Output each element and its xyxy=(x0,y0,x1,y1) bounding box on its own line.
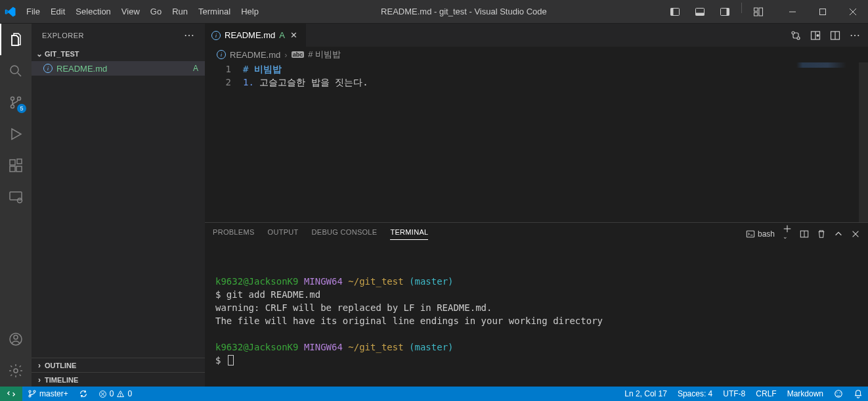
language-mode[interactable]: Markdown xyxy=(782,387,829,401)
run-debug-activity-icon[interactable] xyxy=(0,118,32,150)
toggle-primary-sidebar-icon[interactable] xyxy=(664,3,686,21)
chevron-right-icon: › xyxy=(284,50,287,60)
sync-status[interactable] xyxy=(74,387,93,401)
split-editor-icon[interactable] xyxy=(830,30,840,41)
panel-tab-terminal[interactable]: TERMINAL xyxy=(390,228,428,240)
window-title: README.md - git_test - Visual Studio Cod… xyxy=(264,7,664,16)
svg-rect-10 xyxy=(820,9,826,14)
tab-close-icon[interactable]: ✕ xyxy=(289,30,299,40)
svg-line-14 xyxy=(18,73,21,76)
open-preview-icon[interactable] xyxy=(810,30,821,41)
panel-tab-debug-console[interactable]: DEBUG CONSOLE xyxy=(312,228,378,240)
info-file-icon: i xyxy=(43,64,53,73)
customize-layout-icon[interactable] xyxy=(747,3,770,21)
search-activity-icon[interactable] xyxy=(0,55,32,87)
svg-rect-19 xyxy=(10,166,15,172)
sidebar-title: EXPLORER xyxy=(42,32,84,39)
extensions-activity-icon[interactable] xyxy=(0,150,32,181)
sidebar-more-icon[interactable]: ⋯ xyxy=(184,29,195,41)
menu-view[interactable]: View xyxy=(116,0,145,24)
svg-point-31 xyxy=(817,34,819,37)
close-button[interactable] xyxy=(838,0,868,24)
new-terminal-icon[interactable]: ⌄ xyxy=(783,224,792,243)
breadcrumb-symbol[interactable]: # 비빔밥 xyxy=(308,49,341,60)
scm-badge: 5 xyxy=(17,104,26,113)
encoding-status[interactable]: UTF-8 xyxy=(718,387,750,401)
symbol-kind-icon: abc xyxy=(292,51,305,58)
svg-point-26 xyxy=(14,369,18,373)
titlebar: FileEditSelectionViewGoRunTerminalHelp R… xyxy=(0,0,868,24)
outline-section[interactable]: › OUTLINE xyxy=(32,358,205,372)
compare-changes-icon[interactable] xyxy=(791,30,801,41)
breadcrumb[interactable]: i README.md › abc # 비빔밥 xyxy=(205,47,868,62)
vertical-scrollbar[interactable] xyxy=(859,62,868,222)
line-number: 2 xyxy=(205,76,231,89)
menubar: FileEditSelectionViewGoRunTerminalHelp xyxy=(21,0,264,24)
toggle-panel-icon[interactable] xyxy=(689,3,711,21)
indentation-status[interactable]: Spaces: 4 xyxy=(672,387,718,401)
breadcrumb-file[interactable]: README.md xyxy=(230,50,280,60)
minimap[interactable] xyxy=(796,62,859,222)
svg-point-13 xyxy=(11,66,18,74)
code-content[interactable]: # 비빔밥 1. 고슬고슬한 밥을 짓는다. xyxy=(243,62,868,222)
file-item-readme[interactable]: i README.md A xyxy=(32,61,205,76)
svg-point-43 xyxy=(33,390,35,392)
branch-name: master+ xyxy=(39,389,68,398)
cursor-position[interactable]: Ln 2, Col 17 xyxy=(619,387,672,401)
menu-selection[interactable]: Selection xyxy=(70,0,116,24)
settings-activity-icon[interactable] xyxy=(0,355,32,387)
svg-rect-20 xyxy=(16,166,22,172)
tab-readme[interactable]: i README.md A ✕ xyxy=(205,24,307,47)
menu-run[interactable]: Run xyxy=(167,0,193,24)
terminal-output[interactable]: k9632@JacksonK9 MINGW64 ~/git_test (mast… xyxy=(205,245,868,387)
feedback-icon[interactable] xyxy=(829,387,848,401)
problems-status[interactable]: 0 0 xyxy=(93,387,137,401)
explorer-activity-icon[interactable] xyxy=(0,24,32,55)
svg-point-27 xyxy=(792,32,794,34)
folder-header[interactable]: ⌄ GIT_TEST xyxy=(32,47,205,61)
chevron-right-icon: › xyxy=(34,375,45,385)
menu-edit[interactable]: Edit xyxy=(45,0,70,24)
sidebar-header: EXPLORER ⋯ xyxy=(32,24,205,47)
line-gutter: 1 2 xyxy=(205,62,243,222)
chevron-down-icon: ⌄ xyxy=(34,49,45,59)
editor-more-icon[interactable]: ⋯ xyxy=(850,29,860,41)
close-panel-icon[interactable] xyxy=(851,229,860,239)
branch-status[interactable]: master+ xyxy=(22,387,74,401)
line-number: 1 xyxy=(205,62,231,76)
source-control-activity-icon[interactable]: 5 xyxy=(0,87,32,118)
kill-terminal-icon[interactable] xyxy=(817,229,826,239)
eol-status[interactable]: CRLF xyxy=(750,387,781,401)
vscode-logo-icon xyxy=(0,6,21,18)
panel-tab-problems[interactable]: PROBLEMS xyxy=(213,228,255,240)
folder-name: GIT_TEST xyxy=(45,50,79,58)
menu-file[interactable]: File xyxy=(21,0,45,24)
timeline-label: TIMELINE xyxy=(45,376,78,384)
svg-rect-5 xyxy=(727,8,729,15)
menu-terminal[interactable]: Terminal xyxy=(193,0,236,24)
terminal-shell-selector[interactable]: bash xyxy=(746,229,775,239)
svg-point-16 xyxy=(11,97,14,101)
toggle-secondary-sidebar-icon[interactable] xyxy=(714,3,736,21)
remote-explorer-activity-icon[interactable] xyxy=(0,181,32,213)
menu-go[interactable]: Go xyxy=(145,0,167,24)
svg-point-28 xyxy=(797,37,800,39)
maximize-button[interactable] xyxy=(808,0,838,24)
split-terminal-icon[interactable] xyxy=(800,229,809,239)
tab-status: A xyxy=(279,30,285,40)
warning-count: 0 xyxy=(127,389,132,398)
menu-help[interactable]: Help xyxy=(236,0,264,24)
file-name: README.md xyxy=(56,64,107,74)
accounts-activity-icon[interactable] xyxy=(0,323,32,355)
file-status-badge: A xyxy=(193,64,198,73)
minimize-button[interactable] xyxy=(777,0,808,24)
error-count: 0 xyxy=(110,389,114,398)
panel-tab-output[interactable]: OUTPUT xyxy=(268,228,299,240)
panel-tab-list: PROBLEMSOUTPUTDEBUG CONSOLETERMINAL xyxy=(213,228,428,240)
maximize-panel-icon[interactable] xyxy=(834,229,843,239)
timeline-section[interactable]: › TIMELINE xyxy=(32,372,205,387)
notifications-icon[interactable] xyxy=(848,387,868,401)
remote-button[interactable] xyxy=(0,387,22,401)
info-file-icon: i xyxy=(217,50,226,59)
editor-body[interactable]: 1 2 # 비빔밥 1. 고슬고슬한 밥을 짓는다. xyxy=(205,62,868,222)
